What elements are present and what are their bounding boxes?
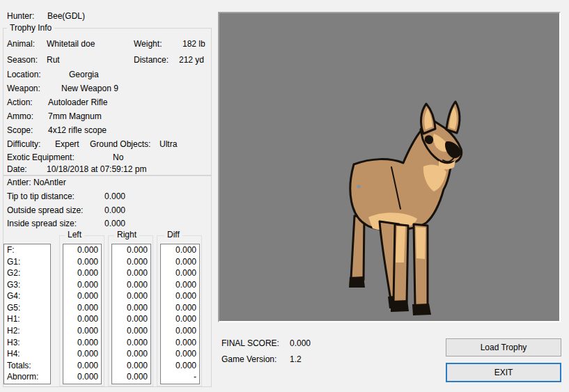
exit-button[interactable]: EXIT xyxy=(446,363,561,382)
exotic-equipment-label: Exotic Equipment: xyxy=(7,152,75,162)
season-label: Season: xyxy=(7,55,38,65)
final-score-label: FINAL SCORE: xyxy=(221,338,279,348)
right-value: 0.000 xyxy=(112,302,150,314)
column-header-left: Left xyxy=(65,230,84,240)
deer-leg-highlight xyxy=(416,227,426,259)
measure-row-label: H3: xyxy=(4,337,50,349)
date-value: 10/18/2018 at 07:59:12 pm xyxy=(47,164,146,174)
right-value: 0.000 xyxy=(112,313,150,325)
right-value: 0.000 xyxy=(112,348,150,360)
left-value: 0.000 xyxy=(63,290,101,302)
right-value: 0.000 xyxy=(112,337,150,349)
right-value: 0.000 xyxy=(112,244,150,256)
location-label: Location: xyxy=(7,70,41,79)
season-value: Rut xyxy=(47,55,60,65)
ammo-label: Ammo: xyxy=(7,111,33,121)
deer-far-hind-hoof xyxy=(349,276,365,288)
render-artifact-dot xyxy=(357,185,361,189)
measure-labels-listbox: F: G1: G2: G3: G4: G5: H1: H2: H3: H4: T… xyxy=(3,244,51,384)
ground-objects-label: Ground Objects: xyxy=(90,139,150,149)
deer-far-hind-leg xyxy=(351,216,364,280)
difficulty-value: Expert xyxy=(55,139,79,149)
measure-row-label: H4: xyxy=(4,348,50,360)
diff-value: 0.000 xyxy=(161,325,199,337)
load-trophy-button[interactable]: Load Trophy xyxy=(446,338,561,356)
left-value: 0.000 xyxy=(63,348,101,360)
diff-value: 0.000 xyxy=(161,279,199,291)
distance-value: 212 yd xyxy=(179,55,204,65)
game-version-label: Game Version: xyxy=(221,354,276,364)
scope-label: Scope: xyxy=(7,125,33,135)
exotic-equipment-value: No xyxy=(113,152,123,162)
measure-row-label: Abnorm: xyxy=(4,371,50,383)
whitetail-doe-render xyxy=(345,99,470,322)
diff-value: 0.000 xyxy=(161,348,199,360)
action-label: Action: xyxy=(7,97,33,107)
right-value: 0.000 xyxy=(112,290,150,302)
right-value: 0.000 xyxy=(112,256,150,268)
diff-value: 0.000 xyxy=(161,302,199,314)
measure-row-label: G3: xyxy=(4,279,50,291)
trophy-viewer-window: { "colors": { "dialog_bg": "#f1f1f1", "v… xyxy=(0,0,569,392)
right-value: 0.000 xyxy=(112,267,150,279)
right-value: 0.000 xyxy=(112,279,150,291)
deer-near-front-hoof xyxy=(412,304,431,315)
outside-spread-label: Outside spread size: xyxy=(7,205,83,215)
final-score-value: 0.000 xyxy=(290,338,311,348)
difficulty-label: Difficulty: xyxy=(7,139,40,149)
trophy-3d-viewport[interactable] xyxy=(218,12,561,322)
hunter-value: Bee(GDL) xyxy=(47,11,85,21)
ammo-value: 7mm Magnum xyxy=(48,111,102,121)
diff-value: 0.000 xyxy=(161,337,199,349)
tip-to-tip-label: Tip to tip distance: xyxy=(7,191,75,201)
measure-row-label: H2: xyxy=(4,325,50,337)
left-value: 0.000 xyxy=(63,337,101,349)
column-header-right: Right xyxy=(114,230,139,240)
left-value: 0.000 xyxy=(63,371,101,383)
diff-value: 0.000 xyxy=(161,267,199,279)
animal-value: Whitetail doe xyxy=(47,39,95,49)
left-value: 0.000 xyxy=(63,313,101,325)
hunter-label: Hunter: xyxy=(7,11,34,21)
left-values-listbox: 0.000 0.000 0.000 0.000 0.000 0.000 0.00… xyxy=(63,244,102,384)
action-value: Autoloader Rifle xyxy=(48,97,107,107)
measure-row-label: G4: xyxy=(4,290,50,302)
trophy-info-title: Trophy Info xyxy=(7,23,54,33)
right-value: 0.000 xyxy=(112,325,150,337)
measure-row-label: Totals: xyxy=(4,360,50,372)
left-value: 0.000 xyxy=(63,244,101,256)
diff-value: 0.000 xyxy=(161,256,199,268)
diff-values-listbox: 0.000 0.000 0.000 0.000 0.000 0.000 0.00… xyxy=(160,244,200,384)
inside-spread-label: Inside spread size: xyxy=(7,219,77,228)
game-version-value: 1.2 xyxy=(290,354,302,364)
left-value: 0.000 xyxy=(63,279,101,291)
measure-row-label: F: xyxy=(4,244,50,256)
right-values-listbox: 0.000 0.000 0.000 0.000 0.000 0.000 0.00… xyxy=(111,244,151,384)
measure-row-label: G1: xyxy=(4,256,50,268)
left-value: 0.000 xyxy=(63,325,101,337)
tip-to-tip-value: 0.000 xyxy=(104,191,125,201)
ground-objects-value: Ultra xyxy=(159,139,177,149)
weapon-label: Weapon: xyxy=(7,84,40,93)
antler-value: NoAntler xyxy=(33,178,66,187)
measure-row-label: G5: xyxy=(4,302,50,314)
measure-row-label: H1: xyxy=(4,313,50,325)
scope-value: 4x12 rifle scope xyxy=(48,125,107,135)
diff-value: 0.000 xyxy=(161,244,199,256)
left-value: 0.000 xyxy=(63,302,101,314)
deer-figure xyxy=(349,102,462,315)
diff-value: 0.000 xyxy=(161,360,199,372)
diff-value: 0.000 xyxy=(161,290,199,302)
weapon-value: New Weapon 9 xyxy=(61,84,118,93)
left-value: 0.000 xyxy=(63,256,101,268)
date-label: Date: xyxy=(7,164,27,174)
weight-value: 182 lb xyxy=(182,39,205,49)
antler-label: Antler: xyxy=(7,178,31,187)
column-header-diff: Diff xyxy=(164,230,182,240)
measure-row-label: G2: xyxy=(4,267,50,279)
inside-spread-value: 0.000 xyxy=(104,219,125,228)
right-value: 0.000 xyxy=(112,371,150,383)
deer-leg-highlight xyxy=(396,226,405,262)
deer-far-front-hoof xyxy=(391,300,409,312)
diff-value: 0.000 xyxy=(161,313,199,325)
